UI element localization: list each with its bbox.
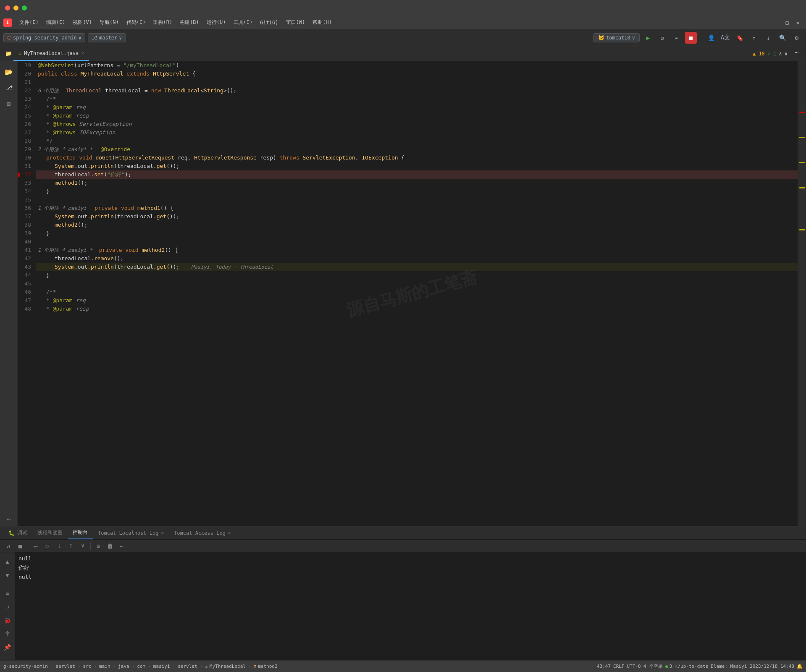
maximize-traffic-light[interactable] [22,5,27,10]
git-status[interactable]: ● 3 △/up-to-date [665,664,708,669]
expand-icon[interactable]: ∧ [779,51,782,57]
translate-button[interactable]: A文 [719,32,731,44]
restart-button[interactable]: ↺ [3,541,13,551]
menu-navigate[interactable]: 导航(N) [96,17,122,28]
filter-console-icon[interactable]: ≡ [2,588,13,599]
code-container[interactable]: 源自马斯的工笔斋 19 20 21 22 23 24 25 26 27 28 2… [18,61,806,526]
file-icon: ☕ [18,50,21,56]
debug-console-icon[interactable]: 🐞 [2,614,13,626]
stop-console-button[interactable]: ■ [15,541,25,551]
more-run-options[interactable]: ⋯ [671,32,683,44]
stop-button[interactable]: ■ [685,32,697,44]
bc-servlet[interactable]: servlet [56,664,75,669]
settings-console-button[interactable]: ⚙ [93,541,103,551]
bookmark-button[interactable]: 🔖 [734,32,746,44]
project-selector[interactable]: ⬡ spring-security-admin ∨ [3,33,85,42]
push-button[interactable]: ↑ [748,32,760,44]
folder-activity-icon[interactable]: 📂 [2,65,16,79]
bc-method[interactable]: method2 [258,664,277,669]
scroll-end-button[interactable]: ⤓ [54,541,64,551]
scroll-down-button[interactable]: ▼ [2,569,13,581]
clear-button[interactable]: ▷ [42,541,53,551]
cursor-position[interactable]: 43:47 [597,664,611,669]
debug-icon: 🐛 [8,530,15,536]
console-line-2: 你好 [18,563,803,573]
tab-tomcat-localhost[interactable]: Tomcat Localhost Log ✕ [93,526,169,539]
run-config-name: tomcat10 [606,35,630,41]
filter-button[interactable]: ⊻ [78,541,88,551]
editor-tab-mythreadlocal[interactable]: ☕ MyThreadLocal.java ✕ [13,46,89,61]
more-activity-icon[interactable]: ⋯ [2,512,16,526]
bc-src[interactable]: src [83,664,92,669]
clear-console-button[interactable]: 🗑 [105,541,115,551]
indent[interactable]: 4 个空格 [643,663,663,669]
menu-help[interactable]: 帮助(H) [309,17,335,28]
run-button[interactable]: ▶ [642,32,654,44]
tab-close-icon[interactable]: ✕ [81,50,84,56]
tomcat-access-close[interactable]: ✕ [228,530,231,536]
editor-more-icon[interactable]: ⋯ [791,46,803,58]
notifications-icon[interactable]: 🔔 [797,664,803,669]
minimize-traffic-light[interactable] [13,5,18,10]
code-line-47: * @param req [36,296,806,305]
code-line-32: threadLocal.set("你好"); [36,170,806,179]
profile-button[interactable]: 👤 [705,32,717,44]
bc-file[interactable]: MyThreadLocal [210,664,246,669]
menu-view[interactable]: 视图(V) [69,17,95,28]
settings-button[interactable]: ⚙ [791,32,803,44]
encoding[interactable]: UTF-8 [627,664,641,669]
run-config-selector[interactable]: 🐱 tomcat10 ∨ [593,33,640,42]
filter2-console-icon[interactable]: ⊟ [2,601,13,613]
collapse-icon[interactable]: ∨ [785,51,788,57]
bc-com[interactable]: com [137,664,145,669]
pin-console-icon[interactable]: 📌 [2,641,13,653]
tab-console[interactable]: 控制台 [68,526,93,539]
menu-git[interactable]: Git(G) [257,18,281,27]
print-button[interactable]: ⤒ [66,541,76,551]
line-ending[interactable]: CRLF [613,664,625,669]
refresh-button[interactable]: ↺ [656,32,668,44]
code-line-33: method1(); [36,179,806,187]
tab-tomcat-access[interactable]: Tomcat Access Log ✕ [169,526,236,539]
search-button[interactable]: 🔍 [777,32,788,44]
menu-build[interactable]: 构建(B) [176,17,202,28]
menu-run[interactable]: 运行(U) [203,17,229,28]
bc-servlet2[interactable]: servlet [178,664,197,669]
menu-tools[interactable]: 工具(I) [230,17,256,28]
bc-main[interactable]: main [99,664,110,669]
run-config-icon: 🐱 [598,35,604,41]
tomcat-localhost-close[interactable]: ✕ [161,530,164,536]
warning-marker-3 [799,187,805,188]
code-line-19: @WebServlet(urlPatterns = "/myThreadLoca… [36,61,806,70]
maximize-button[interactable]: □ [782,18,792,27]
close-traffic-light[interactable] [5,5,10,10]
minimize-button[interactable]: — [772,18,781,27]
code-line-41: 1 个用法 ≛ masiyi * private void method2() … [36,246,806,254]
branch-selector[interactable]: ⎇ master ∨ [88,33,126,42]
menu-edit[interactable]: 编辑(E) [43,17,69,28]
menu-window[interactable]: 窗口(W) [283,17,309,28]
git-activity-icon[interactable]: ⎇ [2,81,16,95]
structure-activity-icon[interactable]: ⊞ [2,97,16,111]
scroll-up-button[interactable]: ▲ [2,556,13,567]
more-console-button[interactable]: ⋯ [117,541,127,551]
bc-masiyi[interactable]: masiyi [153,664,170,669]
blame-info[interactable]: Blame: Masiyi 2023/12/18 14:48 [711,664,794,669]
line-numbers: 19 20 21 22 23 24 25 26 27 28 29 30 ↗ 31… [18,61,34,526]
close-button[interactable]: ✕ [793,18,803,27]
tab-debug[interactable]: 🐛 调试 [3,526,32,539]
code-line-40 [36,238,806,246]
bc-project[interactable]: g-security-admin [3,664,48,669]
right-scrollbar-panel[interactable] [798,61,806,526]
bc-java[interactable]: java [118,664,129,669]
tab-threads[interactable]: 线程和变量 [32,526,68,539]
menu-file[interactable]: 文件(E) [16,17,42,28]
tomcat-access-label: Tomcat Access Log [174,530,226,536]
wrap-button[interactable]: ⟵ [31,541,41,551]
trash-console-icon[interactable]: 🗑 [2,628,13,640]
menu-refactor[interactable]: 重构(R) [150,17,176,28]
pull-button[interactable]: ↓ [762,32,774,44]
folder-icon[interactable]: 📁 [3,46,13,61]
code-editor[interactable]: @WebServlet(urlPatterns = "/myThreadLoca… [34,61,806,526]
menu-code[interactable]: 代码(C) [123,17,149,28]
